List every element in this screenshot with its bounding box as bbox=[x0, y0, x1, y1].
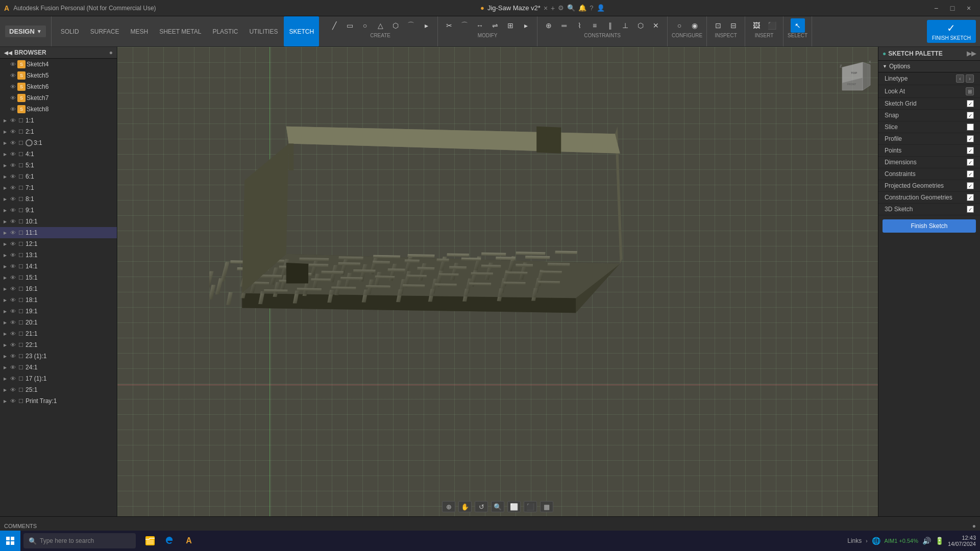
insert-dxf-btn[interactable]: ⬛ bbox=[765, 18, 779, 33]
browser-item[interactable]: 👁 S Sketch4 bbox=[0, 59, 117, 70]
tab-solid[interactable]: SOLID bbox=[56, 16, 84, 46]
browser-item[interactable]: ▶ 👁 ☐ 7:1 bbox=[0, 182, 117, 193]
eye-icon[interactable]: 👁 bbox=[9, 207, 16, 214]
browser-item[interactable]: ▶ 👁 ☐ 13:1 bbox=[0, 249, 117, 261]
circle-tool-button[interactable]: ○ bbox=[358, 18, 372, 33]
title-help-icon[interactable]: ? bbox=[590, 4, 593, 12]
browser-item[interactable]: ▶ 👁 ☐ 24:1 bbox=[0, 362, 117, 373]
projected-geom-checkbox[interactable] bbox=[967, 182, 974, 189]
browser-item[interactable]: ▶ 👁 ☐ 18:1 bbox=[0, 294, 117, 306]
taskbar-app-edge[interactable] bbox=[160, 531, 179, 551]
display-mode-btn[interactable]: ⬜ bbox=[507, 501, 521, 512]
viewcube[interactable]: TOP FRONT Z X bbox=[832, 52, 873, 93]
browser-item[interactable]: ▶ 👁 ☐ 23 (1):1 bbox=[0, 350, 117, 362]
profile-checkbox[interactable] bbox=[967, 135, 974, 142]
start-button[interactable] bbox=[0, 531, 20, 551]
title-search-icon[interactable]: 🔍 bbox=[567, 4, 575, 12]
tab-sheet-metal[interactable]: SHEET METAL bbox=[154, 16, 206, 46]
points-checkbox[interactable] bbox=[967, 147, 974, 154]
inspect-btn1[interactable]: ⊡ bbox=[711, 18, 725, 33]
browser-collapse-icon[interactable]: ◀◀ bbox=[4, 50, 12, 56]
options-section-header[interactable]: ▼ Options bbox=[878, 61, 980, 72]
browser-settings-icon[interactable]: ● bbox=[109, 49, 113, 56]
eye-icon[interactable]: 👁 bbox=[9, 128, 16, 135]
fillet-tool-button[interactable]: ⌒ bbox=[457, 18, 472, 33]
eye-icon[interactable]: 👁 bbox=[9, 173, 16, 180]
eye-icon[interactable]: 👁 bbox=[9, 353, 16, 360]
browser-item[interactable]: 👁 S Sketch7 bbox=[0, 92, 117, 104]
eye-icon[interactable]: 👁 bbox=[9, 195, 16, 203]
linetype-fwd-btn[interactable]: › bbox=[966, 74, 974, 83]
browser-item[interactable]: ▶ 👁 ☐ 4:1 bbox=[0, 148, 117, 160]
more-create-button[interactable]: ▸ bbox=[419, 18, 433, 33]
browser-item[interactable]: 👁 S Sketch6 bbox=[0, 81, 117, 92]
polygon-tool-button[interactable]: ⬡ bbox=[388, 18, 403, 33]
network-icon[interactable]: 🌐 bbox=[872, 537, 880, 545]
title-notification-icon[interactable]: 🔔 bbox=[578, 4, 586, 12]
finish-sketch-palette-button[interactable]: Finish Sketch bbox=[883, 219, 976, 233]
coincident-btn[interactable]: ⊕ bbox=[542, 18, 556, 33]
equal-btn[interactable]: ≡ bbox=[587, 18, 602, 33]
browser-item[interactable]: ▶ 👁 ☐ 21:1 bbox=[0, 328, 117, 339]
eye-icon[interactable]: 👁 bbox=[9, 308, 16, 315]
eye-icon[interactable]: 👁 bbox=[9, 274, 16, 281]
look-at-btn[interactable]: ⊞ bbox=[966, 87, 974, 95]
eye-icon[interactable]: 👁 bbox=[9, 296, 16, 304]
comments-settings-icon[interactable]: ● bbox=[972, 522, 976, 530]
tab-utilities[interactable]: UTILITIES bbox=[244, 16, 283, 46]
more-modify-button[interactable]: ▸ bbox=[519, 18, 533, 33]
eye-icon[interactable]: 👁 bbox=[9, 117, 16, 124]
tab-sketch[interactable]: SKETCH bbox=[284, 16, 319, 46]
insert-image-btn[interactable]: 🖼 bbox=[749, 18, 764, 33]
browser-item[interactable]: ▶ 👁 ☐ 25:1 bbox=[0, 384, 117, 395]
construction-geom-checkbox[interactable] bbox=[967, 194, 974, 201]
eye-icon[interactable]: 👁 bbox=[9, 229, 16, 236]
eye-icon[interactable]: 👁 bbox=[9, 263, 16, 270]
title-settings-icon[interactable]: ⚙ bbox=[558, 4, 564, 12]
eye-icon[interactable]: 👁 bbox=[9, 240, 16, 247]
eye-icon[interactable]: 👁 bbox=[9, 61, 16, 68]
title-user-icon[interactable]: 👤 bbox=[597, 4, 605, 12]
browser-item[interactable]: ▶ 👁 ☐ 22:1 bbox=[0, 339, 117, 350]
taskbar-search-box[interactable]: 🔍 Type here to search bbox=[23, 533, 136, 548]
view-tool-btn[interactable]: ⊕ bbox=[442, 501, 455, 512]
eye-icon[interactable]: 👁 bbox=[9, 330, 16, 337]
offset-tool-button[interactable]: ↔ bbox=[473, 18, 487, 33]
eye-icon[interactable]: 👁 bbox=[9, 94, 16, 102]
eye-icon[interactable]: 👁 bbox=[9, 106, 16, 113]
maximize-button[interactable]: □ bbox=[945, 3, 960, 13]
constraints-checkbox[interactable] bbox=[967, 170, 974, 178]
browser-item[interactable]: ▶ 👁 ☐ 3:1 bbox=[0, 137, 117, 148]
configure-btn1[interactable]: ○ bbox=[672, 18, 687, 33]
browser-item[interactable]: ▶ 👁 ☐ 12:1 bbox=[0, 238, 117, 249]
orbit-tool-btn[interactable]: ↺ bbox=[475, 501, 488, 512]
browser-item[interactable]: ▶ 👁 ☐ 15:1 bbox=[0, 272, 117, 283]
eye-icon[interactable]: 👁 bbox=[9, 364, 16, 371]
more-constraints-btn[interactable]: ✕ bbox=[649, 18, 663, 33]
snap-checkbox[interactable] bbox=[967, 112, 974, 119]
linetype-back-btn[interactable]: ‹ bbox=[956, 74, 964, 83]
configure-btn2[interactable]: ◉ bbox=[688, 18, 702, 33]
eye-icon[interactable]: 👁 bbox=[9, 162, 16, 169]
clock-area[interactable]: 12:43 14/07/2024 bbox=[948, 535, 976, 547]
rounded-rect-tool-button[interactable]: ⌒ bbox=[404, 18, 418, 33]
browser-item[interactable]: ▶ 👁 ☐ 10:1 bbox=[0, 216, 117, 227]
triangle-tool-button[interactable]: △ bbox=[373, 18, 387, 33]
dimensions-checkbox[interactable] bbox=[967, 159, 974, 166]
browser-item[interactable]: ▶ 👁 ☐ 6:1 bbox=[0, 171, 117, 182]
minimize-button[interactable]: − bbox=[929, 3, 943, 13]
eye-icon[interactable]: 👁 bbox=[9, 151, 16, 158]
browser-item[interactable]: ▶ 👁 ☐ 1:1 bbox=[0, 115, 117, 126]
eye-icon[interactable]: 👁 bbox=[9, 319, 16, 326]
eye-icon[interactable]: 👁 bbox=[9, 139, 16, 146]
eye-icon[interactable]: 👁 bbox=[9, 83, 16, 90]
browser-item[interactable]: ▶ 👁 ☐ 14:1 bbox=[0, 261, 117, 272]
inspect-btn2[interactable]: ⊟ bbox=[726, 18, 741, 33]
eye-icon[interactable]: 👁 bbox=[9, 285, 16, 292]
tangent-btn[interactable]: ⌇ bbox=[572, 18, 586, 33]
tab-plastic[interactable]: PLASTIC bbox=[207, 16, 243, 46]
eye-icon[interactable]: 👁 bbox=[9, 252, 16, 259]
visual-style-btn[interactable]: ⬛ bbox=[524, 501, 537, 512]
eye-icon[interactable]: 👁 bbox=[9, 386, 16, 393]
viewport[interactable]: TOP FRONT Z X ⊕ ✋ ↺ 🔍 ⬜ ⬛ ▦ bbox=[117, 47, 878, 516]
